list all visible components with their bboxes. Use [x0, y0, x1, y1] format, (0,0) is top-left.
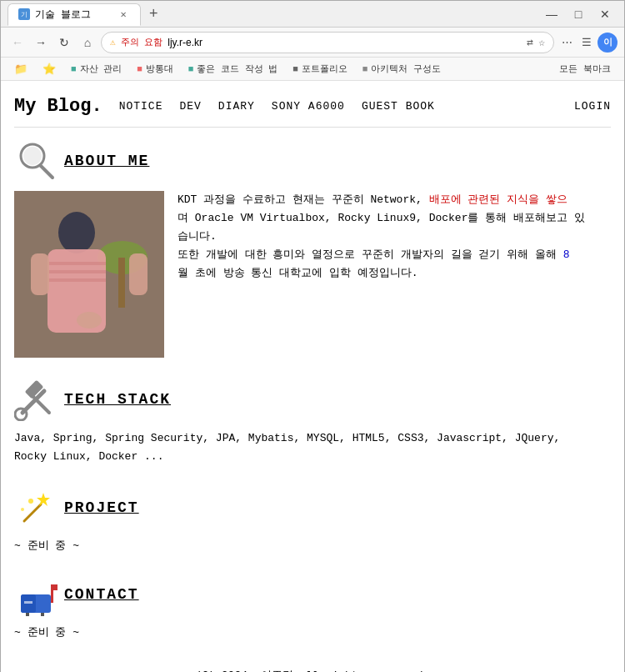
nav-diary[interactable]: DIARY — [218, 100, 255, 113]
svg-rect-9 — [48, 270, 106, 273]
svg-point-21 — [21, 508, 24, 511]
about-text-line5: 월 초에 방송 통신 대학교에 입학 예정입니다. — [178, 267, 418, 279]
bookmark-bangtu[interactable]: ■ 방통대 — [130, 61, 180, 77]
contact-icon — [14, 573, 58, 616]
extensions-button[interactable]: ⋯ — [558, 33, 576, 52]
good-code-icon: ■ — [188, 64, 194, 74]
svg-line-18 — [24, 504, 41, 521]
about-section: ABOUT ME — [14, 139, 611, 358]
tech-stack-title[interactable]: TECH STACK — [64, 391, 171, 408]
svg-rect-26 — [24, 601, 32, 604]
url-input[interactable] — [168, 37, 522, 48]
about-highlight2: 8 — [563, 248, 570, 261]
about-content: KDT 과정을 수료하고 현재는 꾸준히 Network, 배포에 관련된 지식… — [14, 191, 611, 358]
nav-notice[interactable]: NOTICE — [119, 100, 163, 113]
about-title[interactable]: ABOUT ME — [64, 153, 149, 169]
nav-separator — [14, 127, 611, 128]
bookmark-portfolio-label: 포트폴리오 — [302, 63, 348, 75]
nav-actions: ⋯ ☰ 이 — [558, 33, 618, 53]
bookmark-arch[interactable]: ■ 아키텍처 구성도 — [356, 61, 448, 77]
about-text-line1: KDT 과정을 수료하고 현재는 꾸준히 Network, — [178, 193, 429, 206]
restore-button[interactable]: □ — [566, 4, 591, 24]
contact-header: CONTACT — [14, 573, 611, 616]
svg-rect-28 — [41, 613, 44, 616]
tech-stack-header: TECH STACK — [14, 378, 611, 421]
project-section: PROJECT ~ 준비 중 ~ — [14, 486, 611, 553]
svg-rect-10 — [48, 278, 106, 282]
bookmark-folders-icon[interactable]: 📁 — [8, 61, 34, 78]
bangtu-icon: ■ — [137, 64, 142, 74]
svg-rect-11 — [31, 253, 49, 295]
settings-button[interactable]: ☰ — [578, 33, 596, 52]
tech-stack-section: TECH STACK Java, Spring, Spring Security… — [14, 378, 611, 466]
about-text-line3: 습니다. — [178, 230, 217, 243]
arch-icon: ■ — [362, 64, 368, 74]
bookmark-star-icon[interactable]: ⭐ — [36, 61, 62, 78]
home-button[interactable]: ⌂ — [78, 33, 98, 53]
address-bar[interactable]: ⚠ 주의 요함 ⇄ ☆ — [101, 32, 554, 53]
magnifier-icon — [16, 139, 56, 183]
profile-button[interactable]: 이 — [598, 33, 618, 53]
title-bar: 기 기술 블로그 ✕ + — □ ✕ — [1, 1, 624, 28]
close-button[interactable]: ✕ — [592, 4, 618, 24]
project-icon — [14, 486, 58, 529]
nav-guestbook[interactable]: GUEST BOOK — [362, 100, 435, 113]
tab-title: 기술 블로그 — [35, 8, 91, 22]
nav-bar: ← → ↻ ⌂ ⚠ 주의 요함 ⇄ ☆ ⋯ ☰ 이 — [1, 28, 624, 58]
bookmark-bangtu-label: 방통대 — [146, 63, 173, 75]
about-text-line2: 며 Oracle VM Virtualbox, Rocky Linux9, Do… — [178, 212, 585, 224]
about-icon — [14, 139, 58, 183]
about-text-block: KDT 과정을 수료하고 현재는 꾸준히 Network, 배포에 관련된 지식… — [178, 191, 611, 358]
star-icon[interactable]: ☆ — [538, 36, 545, 49]
bookmark-all[interactable]: 모든 북마크 — [552, 61, 618, 77]
svg-marker-19 — [37, 493, 50, 506]
svg-rect-27 — [26, 613, 29, 616]
svg-point-15 — [15, 409, 27, 420]
svg-rect-8 — [48, 262, 106, 265]
tab-close-button[interactable]: ✕ — [117, 8, 130, 21]
tools-icon — [14, 378, 58, 421]
site-nav-links: NOTICE DEV DIARY SONY A6000 GUEST BOOK — [119, 100, 574, 113]
project-header: PROJECT — [14, 486, 611, 529]
svg-rect-5 — [118, 258, 125, 308]
window-controls: — □ ✕ — [539, 4, 618, 24]
refresh-button[interactable]: ↻ — [54, 33, 74, 53]
nav-sony[interactable]: SONY A6000 — [272, 100, 345, 113]
bookmark-good-code[interactable]: ■ 좋은 코드 작성 법 — [182, 61, 284, 77]
bookmark-arch-label: 아키텍처 구성도 — [371, 63, 441, 75]
bookmarks-bar: 📁 ⭐ ■ 자산 관리 ■ 방통대 ■ 좋은 코드 작성 법 ■ 포트폴리오 ■… — [1, 58, 624, 81]
assets-icon: ■ — [71, 64, 77, 74]
bookmark-assets-label: 자산 관리 — [80, 63, 122, 75]
about-header: ABOUT ME — [14, 139, 611, 183]
warning-text: 주의 요함 — [121, 36, 163, 48]
site-title: My Blog. — [14, 96, 102, 117]
about-highlight1: 배포에 관련된 지식을 쌓으 — [429, 193, 568, 206]
warning-icon: ⚠ — [110, 37, 116, 48]
active-tab[interactable]: 기 기술 블로그 ✕ — [8, 3, 141, 26]
tech-stack-icon — [14, 378, 58, 421]
mailbox-icon — [14, 573, 58, 616]
svg-point-6 — [58, 212, 95, 253]
portfolio-icon: ■ — [292, 64, 298, 74]
svg-point-20 — [28, 499, 33, 504]
project-status: ~ 준비 중 ~ — [14, 538, 611, 553]
nav-dev[interactable]: DEV — [179, 100, 201, 113]
minimize-button[interactable]: — — [539, 4, 564, 24]
sparkle-icon — [14, 486, 58, 529]
contact-status: ~ 준비 중 ~ — [14, 624, 611, 639]
photo-figure — [14, 191, 164, 358]
back-button[interactable]: ← — [8, 33, 28, 53]
page-content: My Blog. NOTICE DEV DIARY SONY A6000 GUE… — [1, 81, 624, 672]
bookmark-portfolio[interactable]: ■ 포트폴리오 — [286, 61, 354, 77]
bookmark-all-label: 모든 북마크 — [559, 63, 611, 75]
forward-button[interactable]: → — [31, 33, 51, 53]
new-tab-button[interactable]: + — [142, 2, 165, 26]
contact-title[interactable]: CONTACT — [64, 586, 139, 603]
bookmark-assets[interactable]: ■ 자산 관리 — [64, 61, 128, 77]
site-nav: My Blog. NOTICE DEV DIARY SONY A6000 GUE… — [14, 89, 611, 127]
nav-login[interactable]: LOGIN — [574, 100, 611, 113]
footer: (C) 2024. 이주명 all rights reserved. — [14, 659, 611, 672]
svg-rect-12 — [129, 253, 148, 295]
project-title[interactable]: PROJECT — [64, 499, 139, 516]
svg-point-13 — [77, 312, 102, 328]
